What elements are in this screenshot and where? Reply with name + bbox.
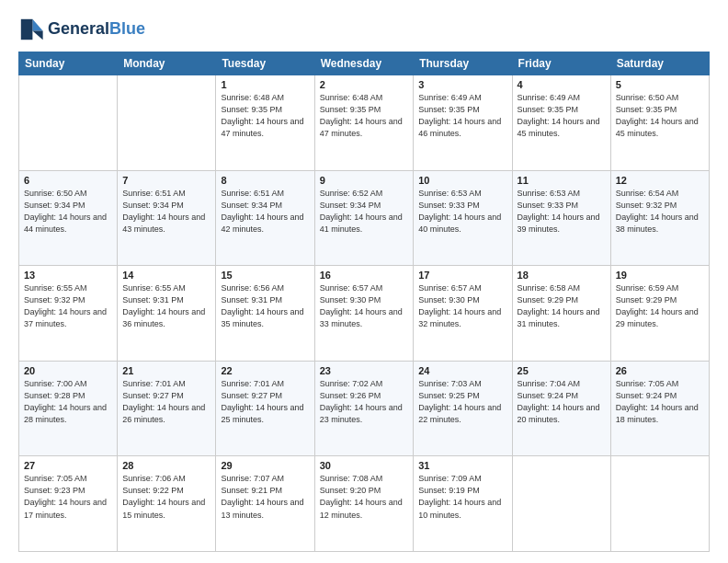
day-number: 23 [320,365,409,376]
day-number: 18 [518,270,606,281]
day-number: 21 [122,365,210,376]
day-number: 1 [221,79,309,90]
calendar-cell: 5Sunrise: 6:50 AMSunset: 9:35 PMDaylight… [610,75,709,171]
calendar-table: SundayMondayTuesdayWednesdayThursdayFrid… [18,52,710,552]
day-header-thursday: Thursday [414,52,512,75]
day-info: Sunrise: 7:05 AMSunset: 9:24 PMDaylight:… [616,378,704,426]
day-number: 16 [320,270,409,281]
day-header-sunday: Sunday [19,52,118,75]
calendar-cell: 12Sunrise: 6:54 AMSunset: 9:32 PMDayligh… [610,170,709,266]
calendar-cell: 21Sunrise: 7:01 AMSunset: 9:27 PMDayligh… [118,361,216,456]
calendar-cell: 2Sunrise: 6:48 AMSunset: 9:35 PMDaylight… [314,75,414,171]
day-info: Sunrise: 7:09 AMSunset: 9:19 PMDaylight:… [418,473,506,521]
day-info: Sunrise: 6:53 AMSunset: 9:33 PMDaylight:… [418,188,506,236]
day-info: Sunrise: 7:05 AMSunset: 9:23 PMDaylight:… [24,473,112,521]
day-number: 22 [221,365,309,376]
day-number: 9 [320,175,409,186]
day-info: Sunrise: 6:51 AMSunset: 9:34 PMDaylight:… [122,188,210,236]
day-info: Sunrise: 6:59 AMSunset: 9:29 PMDaylight:… [616,282,704,330]
calendar-cell: 29Sunrise: 7:07 AMSunset: 9:21 PMDayligh… [216,456,314,552]
calendar-cell [19,75,118,171]
day-number: 13 [24,270,112,281]
calendar-cell: 13Sunrise: 6:55 AMSunset: 9:32 PMDayligh… [19,266,118,362]
calendar-cell: 16Sunrise: 6:57 AMSunset: 9:30 PMDayligh… [314,266,414,362]
svg-marker-1 [32,30,42,40]
day-info: Sunrise: 6:49 AMSunset: 9:35 PMDaylight:… [518,92,606,140]
calendar-cell: 20Sunrise: 7:00 AMSunset: 9:28 PMDayligh… [19,361,118,456]
day-info: Sunrise: 6:52 AMSunset: 9:34 PMDaylight:… [320,188,409,236]
calendar-cell: 23Sunrise: 7:02 AMSunset: 9:26 PMDayligh… [314,361,414,456]
calendar-cell: 14Sunrise: 6:55 AMSunset: 9:31 PMDayligh… [118,266,216,362]
calendar-cell: 30Sunrise: 7:08 AMSunset: 9:20 PMDayligh… [314,456,414,552]
day-number: 5 [616,79,704,90]
calendar-cell: 6Sunrise: 6:50 AMSunset: 9:34 PMDaylight… [19,170,118,266]
logo: GeneralBlue [18,17,145,42]
header: GeneralBlue [18,17,710,42]
day-number: 26 [616,365,704,376]
calendar-cell: 4Sunrise: 6:49 AMSunset: 9:35 PMDaylight… [512,75,610,171]
calendar-header-row: SundayMondayTuesdayWednesdayThursdayFrid… [19,52,710,75]
day-info: Sunrise: 7:01 AMSunset: 9:27 PMDaylight:… [122,378,210,426]
day-info: Sunrise: 7:02 AMSunset: 9:26 PMDaylight:… [320,378,409,426]
day-number: 14 [122,270,210,281]
day-number: 28 [122,460,210,471]
day-info: Sunrise: 7:04 AMSunset: 9:24 PMDaylight:… [518,378,606,426]
calendar-cell: 11Sunrise: 6:53 AMSunset: 9:33 PMDayligh… [512,170,610,266]
day-info: Sunrise: 6:55 AMSunset: 9:32 PMDaylight:… [24,282,112,330]
calendar-cell: 24Sunrise: 7:03 AMSunset: 9:25 PMDayligh… [414,361,512,456]
calendar-cell: 7Sunrise: 6:51 AMSunset: 9:34 PMDaylight… [118,170,216,266]
day-info: Sunrise: 7:08 AMSunset: 9:20 PMDaylight:… [320,473,409,521]
day-info: Sunrise: 6:57 AMSunset: 9:30 PMDaylight:… [418,282,506,330]
day-info: Sunrise: 6:58 AMSunset: 9:29 PMDaylight:… [518,282,606,330]
day-number: 29 [221,460,309,471]
day-number: 12 [616,175,704,186]
calendar-cell: 15Sunrise: 6:56 AMSunset: 9:31 PMDayligh… [216,266,314,362]
calendar-week-3: 13Sunrise: 6:55 AMSunset: 9:32 PMDayligh… [19,266,710,362]
calendar-cell: 31Sunrise: 7:09 AMSunset: 9:19 PMDayligh… [414,456,512,552]
calendar-cell: 17Sunrise: 6:57 AMSunset: 9:30 PMDayligh… [414,266,512,362]
calendar-cell: 10Sunrise: 6:53 AMSunset: 9:33 PMDayligh… [414,170,512,266]
calendar-week-5: 27Sunrise: 7:05 AMSunset: 9:23 PMDayligh… [19,456,710,552]
day-header-wednesday: Wednesday [314,52,414,75]
day-number: 6 [24,175,112,186]
day-info: Sunrise: 6:51 AMSunset: 9:34 PMDaylight:… [221,188,309,236]
day-info: Sunrise: 6:48 AMSunset: 9:35 PMDaylight:… [320,92,409,140]
day-info: Sunrise: 7:00 AMSunset: 9:28 PMDaylight:… [24,378,112,426]
day-info: Sunrise: 6:49 AMSunset: 9:35 PMDaylight:… [418,92,506,140]
day-header-saturday: Saturday [610,52,709,75]
calendar-week-1: 1Sunrise: 6:48 AMSunset: 9:35 PMDaylight… [19,75,710,171]
calendar-cell: 3Sunrise: 6:49 AMSunset: 9:35 PMDaylight… [414,75,512,171]
day-info: Sunrise: 6:53 AMSunset: 9:33 PMDaylight:… [518,188,606,236]
svg-rect-2 [21,19,33,40]
day-number: 24 [418,365,506,376]
logo-text: GeneralBlue [48,20,145,39]
day-number: 11 [518,175,606,186]
day-info: Sunrise: 6:48 AMSunset: 9:35 PMDaylight:… [221,92,309,140]
logo-icon [18,17,44,42]
calendar-cell: 26Sunrise: 7:05 AMSunset: 9:24 PMDayligh… [610,361,709,456]
day-number: 3 [418,79,506,90]
day-number: 15 [221,270,309,281]
day-number: 10 [418,175,506,186]
calendar-cell [118,75,216,171]
calendar-cell: 28Sunrise: 7:06 AMSunset: 9:22 PMDayligh… [118,456,216,552]
page: GeneralBlue SundayMondayTuesdayWednesday… [0,0,728,563]
day-info: Sunrise: 7:03 AMSunset: 9:25 PMDaylight:… [418,378,506,426]
day-number: 8 [221,175,309,186]
day-info: Sunrise: 6:50 AMSunset: 9:34 PMDaylight:… [24,188,112,236]
day-number: 2 [320,79,409,90]
calendar-cell [610,456,709,552]
day-info: Sunrise: 7:01 AMSunset: 9:27 PMDaylight:… [221,378,309,426]
calendar-week-4: 20Sunrise: 7:00 AMSunset: 9:28 PMDayligh… [19,361,710,456]
calendar-cell: 9Sunrise: 6:52 AMSunset: 9:34 PMDaylight… [314,170,414,266]
calendar-cell [512,456,610,552]
day-number: 31 [418,460,506,471]
day-number: 4 [518,79,606,90]
day-number: 20 [24,365,112,376]
calendar-cell: 22Sunrise: 7:01 AMSunset: 9:27 PMDayligh… [216,361,314,456]
day-info: Sunrise: 6:57 AMSunset: 9:30 PMDaylight:… [320,282,409,330]
day-number: 27 [24,460,112,471]
calendar-cell: 25Sunrise: 7:04 AMSunset: 9:24 PMDayligh… [512,361,610,456]
calendar-cell: 1Sunrise: 6:48 AMSunset: 9:35 PMDaylight… [216,75,314,171]
day-number: 25 [518,365,606,376]
